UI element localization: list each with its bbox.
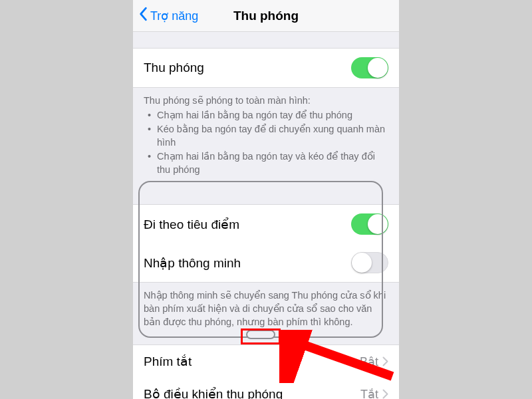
chevron-right-icon [382, 356, 388, 366]
smart-desc: Nhập thông minh sẽ chuyển sang Thu phóng… [133, 283, 399, 338]
back-button[interactable]: Trợ năng [133, 7, 198, 25]
shortcut-row[interactable]: Phím tắt Bật [133, 344, 399, 378]
shortcut-label: Phím tắt [144, 354, 192, 369]
follow-toggle[interactable] [351, 213, 388, 235]
smart-label: Nhập thông minh [144, 255, 241, 271]
zoom-row[interactable]: Thu phóng [133, 48, 399, 88]
help-item: Chạm hai lần bằng ba ngón tay để thu phó… [148, 109, 388, 122]
zoom-label: Thu phóng [144, 61, 204, 75]
chevron-left-icon [138, 7, 150, 25]
zoom-help: Thu phóng sẽ phóng to toàn màn hình: Chạ… [133, 88, 399, 186]
chevron-right-icon [382, 389, 388, 399]
smart-typing-row[interactable]: Nhập thông minh [133, 243, 399, 283]
settings-screen: Trợ năng Thu phóng Thu phóng Thu phóng s… [133, 0, 399, 399]
controller-value: Tắt [360, 387, 378, 399]
nav-bar: Trợ năng Thu phóng [133, 0, 399, 32]
shortcut-value: Bật [360, 354, 378, 369]
controller-row[interactable]: Bộ điều khiển thu phóng Tắt [133, 378, 399, 399]
content: Thu phóng Thu phóng sẽ phóng to toàn màn… [133, 32, 399, 399]
help-item: Kéo bằng ba ngón tay để di chuyển xung q… [148, 123, 388, 149]
smart-toggle[interactable] [351, 252, 388, 273]
help-item: Chạm hai lần bằng ba ngón tay và kéo để … [148, 150, 388, 176]
help-title: Thu phóng sẽ phóng to toàn màn hình: [144, 94, 388, 108]
follow-label: Đi theo tiêu điểm [144, 217, 239, 232]
back-label: Trợ năng [150, 9, 198, 23]
follow-focus-row[interactable]: Đi theo tiêu điểm [133, 204, 399, 243]
controller-label: Bộ điều khiển thu phóng [144, 386, 283, 399]
zoom-toggle[interactable] [351, 57, 388, 78]
